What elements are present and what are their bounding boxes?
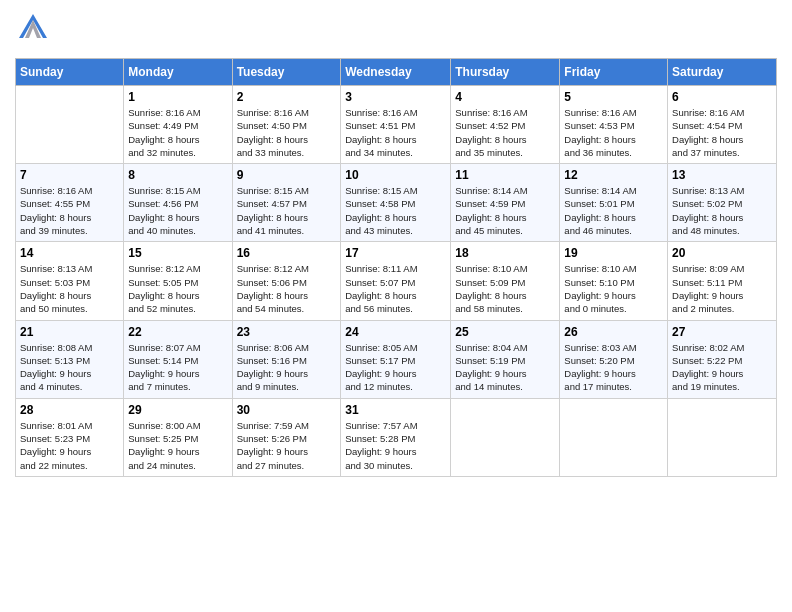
calendar-cell: 31Sunrise: 7:57 AM Sunset: 5:28 PM Dayli… [341,398,451,476]
column-header-friday: Friday [560,59,668,86]
day-number: 8 [128,168,227,182]
calendar-cell [451,398,560,476]
calendar-cell: 6Sunrise: 8:16 AM Sunset: 4:54 PM Daylig… [668,86,777,164]
day-number: 6 [672,90,772,104]
day-number: 7 [20,168,119,182]
calendar-cell: 27Sunrise: 8:02 AM Sunset: 5:22 PM Dayli… [668,320,777,398]
day-number: 29 [128,403,227,417]
column-header-sunday: Sunday [16,59,124,86]
calendar-cell: 16Sunrise: 8:12 AM Sunset: 5:06 PM Dayli… [232,242,341,320]
day-info: Sunrise: 8:04 AM Sunset: 5:19 PM Dayligh… [455,341,555,394]
logo-icon [15,10,51,46]
day-info: Sunrise: 8:13 AM Sunset: 5:03 PM Dayligh… [20,262,119,315]
day-number: 15 [128,246,227,260]
day-info: Sunrise: 8:12 AM Sunset: 5:05 PM Dayligh… [128,262,227,315]
calendar-week-row: 7Sunrise: 8:16 AM Sunset: 4:55 PM Daylig… [16,164,777,242]
day-number: 27 [672,325,772,339]
day-info: Sunrise: 7:57 AM Sunset: 5:28 PM Dayligh… [345,419,446,472]
day-info: Sunrise: 8:08 AM Sunset: 5:13 PM Dayligh… [20,341,119,394]
calendar-cell: 20Sunrise: 8:09 AM Sunset: 5:11 PM Dayli… [668,242,777,320]
day-info: Sunrise: 8:02 AM Sunset: 5:22 PM Dayligh… [672,341,772,394]
calendar-cell: 18Sunrise: 8:10 AM Sunset: 5:09 PM Dayli… [451,242,560,320]
calendar-cell: 5Sunrise: 8:16 AM Sunset: 4:53 PM Daylig… [560,86,668,164]
day-info: Sunrise: 8:16 AM Sunset: 4:55 PM Dayligh… [20,184,119,237]
day-info: Sunrise: 8:09 AM Sunset: 5:11 PM Dayligh… [672,262,772,315]
day-number: 24 [345,325,446,339]
day-number: 20 [672,246,772,260]
column-header-monday: Monday [124,59,232,86]
day-number: 3 [345,90,446,104]
day-info: Sunrise: 8:10 AM Sunset: 5:10 PM Dayligh… [564,262,663,315]
day-info: Sunrise: 8:16 AM Sunset: 4:50 PM Dayligh… [237,106,337,159]
day-number: 2 [237,90,337,104]
calendar-cell [560,398,668,476]
day-info: Sunrise: 8:16 AM Sunset: 4:54 PM Dayligh… [672,106,772,159]
calendar-cell: 7Sunrise: 8:16 AM Sunset: 4:55 PM Daylig… [16,164,124,242]
day-info: Sunrise: 8:01 AM Sunset: 5:23 PM Dayligh… [20,419,119,472]
day-number: 4 [455,90,555,104]
calendar-cell: 11Sunrise: 8:14 AM Sunset: 4:59 PM Dayli… [451,164,560,242]
day-info: Sunrise: 8:15 AM Sunset: 4:56 PM Dayligh… [128,184,227,237]
calendar-cell: 9Sunrise: 8:15 AM Sunset: 4:57 PM Daylig… [232,164,341,242]
day-info: Sunrise: 8:16 AM Sunset: 4:51 PM Dayligh… [345,106,446,159]
calendar-cell: 8Sunrise: 8:15 AM Sunset: 4:56 PM Daylig… [124,164,232,242]
calendar-cell: 14Sunrise: 8:13 AM Sunset: 5:03 PM Dayli… [16,242,124,320]
day-info: Sunrise: 8:03 AM Sunset: 5:20 PM Dayligh… [564,341,663,394]
day-number: 26 [564,325,663,339]
day-number: 16 [237,246,337,260]
page-header [15,10,777,50]
logo [15,10,51,50]
calendar-cell: 10Sunrise: 8:15 AM Sunset: 4:58 PM Dayli… [341,164,451,242]
calendar-cell: 19Sunrise: 8:10 AM Sunset: 5:10 PM Dayli… [560,242,668,320]
column-header-wednesday: Wednesday [341,59,451,86]
calendar-cell: 25Sunrise: 8:04 AM Sunset: 5:19 PM Dayli… [451,320,560,398]
day-info: Sunrise: 8:15 AM Sunset: 4:58 PM Dayligh… [345,184,446,237]
calendar-cell [16,86,124,164]
calendar-cell [668,398,777,476]
calendar-cell: 24Sunrise: 8:05 AM Sunset: 5:17 PM Dayli… [341,320,451,398]
day-info: Sunrise: 8:12 AM Sunset: 5:06 PM Dayligh… [237,262,337,315]
day-info: Sunrise: 8:16 AM Sunset: 4:53 PM Dayligh… [564,106,663,159]
day-info: Sunrise: 8:00 AM Sunset: 5:25 PM Dayligh… [128,419,227,472]
day-number: 10 [345,168,446,182]
day-number: 21 [20,325,119,339]
calendar-cell: 30Sunrise: 7:59 AM Sunset: 5:26 PM Dayli… [232,398,341,476]
day-info: Sunrise: 8:11 AM Sunset: 5:07 PM Dayligh… [345,262,446,315]
day-number: 17 [345,246,446,260]
calendar-cell: 28Sunrise: 8:01 AM Sunset: 5:23 PM Dayli… [16,398,124,476]
day-number: 28 [20,403,119,417]
calendar-table: SundayMondayTuesdayWednesdayThursdayFrid… [15,58,777,477]
calendar-cell: 4Sunrise: 8:16 AM Sunset: 4:52 PM Daylig… [451,86,560,164]
day-info: Sunrise: 8:13 AM Sunset: 5:02 PM Dayligh… [672,184,772,237]
day-info: Sunrise: 8:16 AM Sunset: 4:49 PM Dayligh… [128,106,227,159]
calendar-cell: 1Sunrise: 8:16 AM Sunset: 4:49 PM Daylig… [124,86,232,164]
calendar-cell: 17Sunrise: 8:11 AM Sunset: 5:07 PM Dayli… [341,242,451,320]
day-info: Sunrise: 8:07 AM Sunset: 5:14 PM Dayligh… [128,341,227,394]
day-number: 31 [345,403,446,417]
calendar-week-row: 14Sunrise: 8:13 AM Sunset: 5:03 PM Dayli… [16,242,777,320]
day-info: Sunrise: 8:15 AM Sunset: 4:57 PM Dayligh… [237,184,337,237]
day-number: 9 [237,168,337,182]
day-number: 5 [564,90,663,104]
day-number: 25 [455,325,555,339]
day-number: 19 [564,246,663,260]
calendar-cell: 12Sunrise: 8:14 AM Sunset: 5:01 PM Dayli… [560,164,668,242]
day-number: 1 [128,90,227,104]
calendar-week-row: 1Sunrise: 8:16 AM Sunset: 4:49 PM Daylig… [16,86,777,164]
day-number: 14 [20,246,119,260]
day-info: Sunrise: 8:14 AM Sunset: 5:01 PM Dayligh… [564,184,663,237]
day-number: 22 [128,325,227,339]
day-info: Sunrise: 8:14 AM Sunset: 4:59 PM Dayligh… [455,184,555,237]
day-number: 23 [237,325,337,339]
day-number: 18 [455,246,555,260]
calendar-cell: 26Sunrise: 8:03 AM Sunset: 5:20 PM Dayli… [560,320,668,398]
calendar-cell: 21Sunrise: 8:08 AM Sunset: 5:13 PM Dayli… [16,320,124,398]
day-number: 30 [237,403,337,417]
day-number: 13 [672,168,772,182]
column-header-tuesday: Tuesday [232,59,341,86]
day-info: Sunrise: 8:10 AM Sunset: 5:09 PM Dayligh… [455,262,555,315]
calendar-week-row: 21Sunrise: 8:08 AM Sunset: 5:13 PM Dayli… [16,320,777,398]
day-info: Sunrise: 8:16 AM Sunset: 4:52 PM Dayligh… [455,106,555,159]
day-info: Sunrise: 8:06 AM Sunset: 5:16 PM Dayligh… [237,341,337,394]
calendar-header-row: SundayMondayTuesdayWednesdayThursdayFrid… [16,59,777,86]
